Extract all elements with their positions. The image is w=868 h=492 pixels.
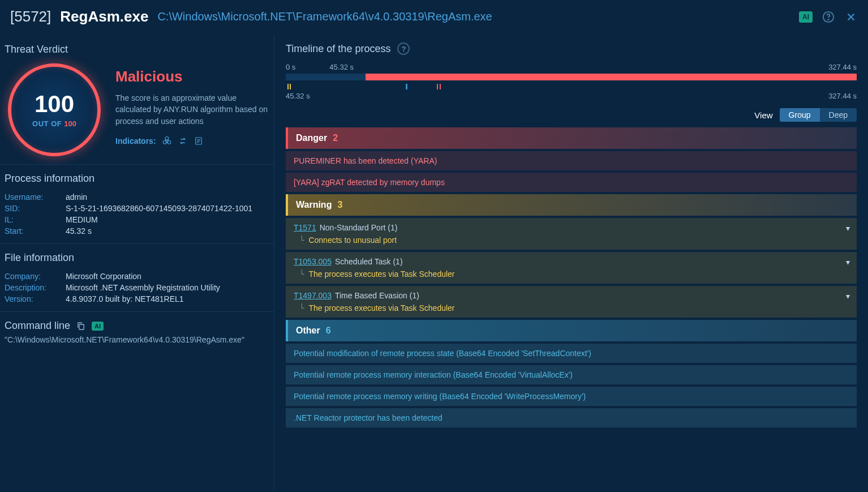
view-label: View [754, 110, 772, 120]
threat-verdict-title: Threat Verdict [5, 44, 269, 55]
header-bar: [5572] RegAsm.exe C:\Windows\Microsoft.N… [0, 0, 868, 36]
tab-deep[interactable]: Deep [820, 108, 857, 122]
command-line-title: Command line [5, 320, 70, 332]
verdict-name: Malicious [115, 68, 269, 85]
svg-point-1 [828, 19, 828, 19]
verdict-description: The score is an approximate value calcul… [115, 92, 269, 127]
command-line-text: "C:\Windows\Microsoft.NET\Framework64\v4… [5, 335, 269, 344]
chevron-down-icon[interactable]: ▾ [846, 292, 850, 301]
timeline-title: Timeline of the process [286, 43, 390, 55]
other-item[interactable]: Potential remote process memory writing … [286, 387, 857, 406]
timeline-bar-primary[interactable] [286, 74, 857, 80]
other-item[interactable]: Potential remote process memory interact… [286, 365, 857, 384]
view-tabs: Group Deep [780, 108, 857, 122]
info-value: admin [66, 192, 269, 202]
indicators-label: Indicators: [115, 136, 156, 146]
file-info-section: File information Company:Microsoft Corpo… [0, 243, 274, 311]
process-pid: [5572] [10, 8, 51, 25]
threat-verdict-section: Threat Verdict 100 OUT OF100 Malicious T… [0, 36, 274, 164]
svg-rect-7 [79, 324, 84, 330]
category-warning-header[interactable]: Warning 3 [286, 194, 857, 216]
info-value: Microsoft Corporation [66, 272, 269, 281]
out-of-label: OUT OF [32, 119, 62, 128]
process-info-title: Process information [5, 173, 269, 185]
warning-sub-text: The process executes via Task Scheduler [308, 303, 454, 313]
technique-desc: Time Based Evasion (1) [335, 291, 419, 300]
technique-code[interactable]: T1053.005 [294, 257, 332, 266]
close-icon[interactable] [844, 10, 858, 24]
category-other-header[interactable]: Other 6 [286, 320, 857, 341]
info-value: 45.32 s [66, 226, 269, 236]
info-label: Start: [5, 226, 66, 236]
info-label: SID: [5, 204, 66, 213]
info-value: MEDIUM [66, 215, 269, 224]
info-value: S-1-5-21-1693682860-607145093-2874071422… [66, 204, 269, 213]
info-value: 4.8.9037.0 built by: NET481REL1 [66, 294, 269, 303]
danger-item[interactable]: [YARA] zgRAT detected by memory dumps [286, 173, 857, 192]
warning-item[interactable]: T1571 Non-Standard Port (1)▾└Connects to… [286, 218, 857, 250]
score-value: 100 [35, 92, 74, 116]
command-line-section: Command line AI "C:\Windows\Microsoft.NE… [0, 311, 274, 352]
danger-item[interactable]: PUREMINER has been detected (YARA) [286, 151, 857, 170]
timeline-bar-events[interactable] [286, 84, 857, 89]
chevron-down-icon[interactable]: ▾ [846, 258, 850, 267]
technique-desc: Scheduled Task (1) [335, 257, 403, 266]
info-value: Microsoft .NET Assembly Registration Uti… [66, 283, 269, 292]
category-danger-header[interactable]: Danger 2 [286, 127, 857, 149]
score-ring: 100 OUT OF100 [8, 63, 101, 156]
ai-badge[interactable]: AI [799, 11, 813, 23]
technique-desc: Non-Standard Port (1) [320, 223, 398, 232]
technique-code[interactable]: T1497.003 [294, 291, 332, 300]
info-label: Username: [5, 192, 66, 202]
category-warning: Warning 3 T1571 Non-Standard Port (1)▾└C… [286, 194, 857, 318]
timeline-labels-bottom: 45.32 s 327.44 s [286, 92, 857, 100]
tab-group[interactable]: Group [780, 108, 820, 122]
max-score: 100 [64, 119, 76, 128]
copy-icon[interactable] [76, 321, 86, 331]
indicators-row: Indicators: [115, 136, 269, 146]
other-item[interactable]: Potential modification of remote process… [286, 344, 857, 363]
info-label: Company: [5, 272, 66, 281]
warning-sub-text: The process executes via Task Scheduler [308, 269, 454, 279]
warning-item[interactable]: T1053.005 Scheduled Task (1)▾└The proces… [286, 252, 857, 284]
swap-icon [178, 136, 188, 146]
process-path: C:\Windows\Microsoft.NET\Framework64\v4.… [157, 10, 492, 23]
process-name: RegAsm.exe [60, 8, 148, 25]
warning-sub-text: Connects to unusual port [308, 236, 397, 245]
process-info-section: Process information Username:adminSID:S-… [0, 164, 274, 243]
chevron-down-icon[interactable]: ▾ [846, 224, 850, 233]
warning-item[interactable]: T1497.003 Time Based Evasion (1)▾└The pr… [286, 286, 857, 318]
file-info-title: File information [5, 252, 269, 264]
info-label: Description: [5, 283, 66, 292]
right-panel: Timeline of the process ? 0 s 45.32 s 32… [274, 36, 868, 490]
report-icon [194, 136, 204, 146]
technique-code[interactable]: T1571 [294, 223, 316, 232]
biohazard-icon [162, 136, 172, 146]
other-item[interactable]: .NET Reactor protector has been detected [286, 408, 857, 427]
left-panel: Threat Verdict 100 OUT OF100 Malicious T… [0, 36, 274, 490]
timeline-labels-top: 0 s 45.32 s 327.44 s [286, 63, 857, 71]
category-danger: Danger 2 PUREMINER has been detected (YA… [286, 127, 857, 192]
info-label: IL: [5, 215, 66, 224]
help-icon[interactable] [822, 10, 835, 24]
info-label: Version: [5, 294, 66, 303]
ai-badge-cmdline[interactable]: AI [92, 322, 104, 331]
timeline-help-icon[interactable]: ? [397, 42, 410, 55]
category-other: Other 6 Potential modification of remote… [286, 320, 857, 427]
